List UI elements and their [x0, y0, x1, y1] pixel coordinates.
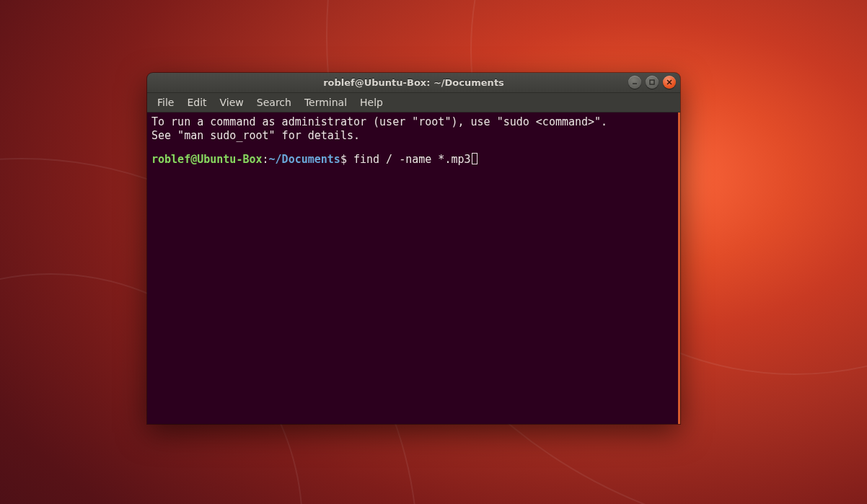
menu-view[interactable]: View — [214, 94, 250, 110]
cursor-icon — [472, 153, 477, 164]
menu-help[interactable]: Help — [354, 94, 389, 110]
motd-line: See "man sudo_root" for details. — [151, 129, 360, 142]
terminal-window: roblef@Ubuntu-Box: ~/Documents File Edit… — [147, 73, 680, 424]
window-controls — [628, 76, 676, 89]
menu-file[interactable]: File — [151, 94, 180, 110]
minimize-icon — [631, 79, 638, 86]
prompt-colon: : — [263, 153, 269, 166]
menu-terminal[interactable]: Terminal — [299, 94, 353, 110]
motd-line: To run a command as administrator (user … — [151, 115, 607, 128]
prompt-line: roblef@Ubuntu-Box:~/Documents$ find / -n… — [151, 153, 674, 167]
svg-rect-1 — [650, 80, 654, 84]
terminal-body[interactable]: To run a command as administrator (user … — [147, 112, 680, 424]
command-input[interactable]: find / -name *.mp3 — [353, 153, 471, 166]
titlebar[interactable]: roblef@Ubuntu-Box: ~/Documents — [147, 73, 680, 93]
menu-search[interactable]: Search — [251, 94, 297, 110]
menu-edit[interactable]: Edit — [181, 94, 212, 110]
prompt-userhost: roblef@Ubuntu-Box — [151, 153, 263, 166]
prompt-dollar: $ — [340, 153, 353, 166]
prompt-path: ~/Documents — [269, 153, 340, 166]
menubar: File Edit View Search Terminal Help — [147, 93, 680, 112]
maximize-icon — [648, 79, 656, 86]
window-title: roblef@Ubuntu-Box: ~/Documents — [323, 77, 504, 88]
maximize-button[interactable] — [646, 76, 659, 89]
minimize-button[interactable] — [628, 76, 641, 89]
close-icon — [666, 79, 673, 86]
close-button[interactable] — [663, 76, 676, 89]
